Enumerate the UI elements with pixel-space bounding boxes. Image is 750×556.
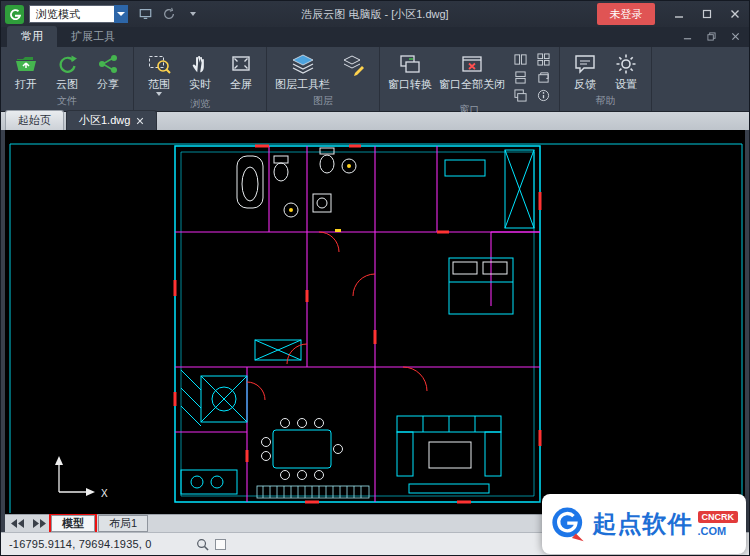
feedback-button[interactable]: 反馈 [565, 49, 605, 91]
gear-icon [614, 51, 638, 77]
display-icon[interactable] [136, 6, 154, 22]
window-switch-icon [398, 51, 422, 77]
ribbon-group-window: 窗口转换 窗口全部关闭 [380, 47, 560, 111]
group-label-file: 文件 [1, 94, 133, 111]
sync-icon[interactable] [160, 6, 178, 22]
minimize-button[interactable] [665, 1, 693, 27]
watermark-domain: .COM [698, 525, 727, 537]
window-arrange-column-2 [532, 49, 554, 103]
tab-start-page-label: 起始页 [18, 113, 51, 128]
app-logo-icon[interactable] [5, 5, 24, 24]
door-arcs [247, 232, 427, 400]
cloud-label: 云图 [56, 78, 78, 90]
mdi-close-icon[interactable] [727, 30, 743, 43]
feedback-icon [573, 51, 597, 77]
tab-model[interactable]: 模型 [51, 515, 95, 532]
tile-vertical-icon[interactable] [511, 52, 529, 67]
layer-state-button[interactable] [334, 49, 374, 78]
watermark: 起点软件 CNCRK .COM [542, 494, 746, 554]
cascade-windows-icon[interactable] [511, 88, 529, 103]
maximize-button[interactable] [693, 1, 721, 27]
ribbon: 打开 云图 分享 文件 范 [1, 47, 749, 112]
qat-customize-icon[interactable] [184, 6, 202, 22]
watermark-badge: CNCRK [698, 511, 739, 523]
close-tab-icon[interactable] [136, 117, 144, 125]
restore-windows-icon[interactable] [534, 70, 552, 85]
hand-icon [189, 51, 211, 77]
feedback-label: 反馈 [574, 78, 596, 90]
zoom-range-button[interactable]: 范围 [139, 49, 179, 97]
zoom-range-dropdown-icon[interactable] [156, 92, 162, 96]
arrange-icons-icon[interactable] [534, 52, 552, 67]
realtime-pan-button[interactable]: 实时 [180, 49, 220, 91]
ucs-x-label: X [101, 488, 108, 499]
layer-toolbar-button[interactable]: 图层工具栏 [272, 49, 333, 91]
watermark-brand: 起点软件 [593, 508, 693, 540]
close-button[interactable] [721, 1, 749, 27]
drawing-frame [10, 144, 742, 513]
window-close-all-button[interactable]: 窗口全部关闭 [436, 49, 508, 91]
magnifier-icon[interactable] [196, 538, 209, 551]
group-label-layer: 图层 [267, 94, 379, 111]
ribbon-group-help: 反馈 设置 帮助 [560, 47, 652, 111]
status-box-icon[interactable] [215, 539, 226, 550]
document-tab-bar: 起始页 小区1.dwg [1, 112, 749, 130]
window-close-all-icon [460, 51, 484, 77]
ribbon-group-file: 打开 云图 分享 文件 [1, 47, 134, 111]
titlebar: 浏览模式 浩辰云图 电脑版 - [小区1.dwg] 未登录 [1, 1, 749, 27]
mode-select-value: 浏览模式 [36, 7, 80, 22]
tab-extended-tools[interactable]: 扩展工具 [57, 26, 129, 47]
closet-and-hatch [181, 150, 534, 494]
mode-select[interactable]: 浏览模式 [29, 5, 115, 23]
ribbon-group-layer: 图层工具栏 图层 [267, 47, 380, 111]
floor-plan: X [5, 130, 747, 514]
cloud-button[interactable]: 云图 [47, 49, 87, 91]
cloud-sync-icon [55, 51, 79, 77]
realtime-pan-label: 实时 [189, 78, 211, 90]
window-switch-label: 窗口转换 [388, 78, 432, 90]
settings-button[interactable]: 设置 [606, 49, 646, 91]
tab-drawing-label: 小区1.dwg [79, 113, 130, 128]
quick-access-toolbar [136, 6, 202, 22]
window-close-all-label: 窗口全部关闭 [439, 78, 505, 90]
layers-icon [290, 51, 316, 77]
mdi-restore-icon[interactable] [703, 30, 719, 43]
tab-layout1[interactable]: 布局1 [98, 515, 148, 532]
logo-swirl [8, 7, 22, 21]
layer-edit-icon [342, 51, 366, 77]
open-label: 打开 [15, 78, 37, 90]
status-icons [196, 538, 226, 551]
ribbon-group-browse: 范围 实时 全屏 浏览 [134, 47, 267, 111]
settings-label: 设置 [615, 78, 637, 90]
zoom-range-label: 范围 [148, 78, 170, 90]
tab-drawing[interactable]: 小区1.dwg [66, 110, 157, 130]
tab-common[interactable]: 常用 [7, 26, 57, 47]
open-button[interactable]: 打开 [6, 49, 46, 91]
tab-start-page[interactable]: 起始页 [5, 110, 64, 130]
open-icon [14, 51, 38, 77]
layer-toolbar-label: 图层工具栏 [275, 78, 330, 90]
mdi-window-controls [679, 30, 743, 43]
share-label: 分享 [97, 78, 119, 90]
last-layout-icon[interactable] [30, 517, 48, 531]
mdi-minimize-icon[interactable] [679, 30, 695, 43]
fullscreen-icon [229, 51, 253, 77]
window-switch-button[interactable]: 窗口转换 [385, 49, 435, 91]
coordinates-readout: -16795.9114, 79694.1935, 0 [9, 538, 152, 550]
drawing-canvas[interactable]: X [5, 130, 745, 514]
tile-horizontal-icon[interactable] [511, 70, 529, 85]
mode-select-dropdown-icon[interactable] [114, 5, 128, 23]
fullscreen-button[interactable]: 全屏 [221, 49, 261, 91]
login-button[interactable]: 未登录 [597, 3, 655, 25]
ribbon-tab-bar: 常用 扩展工具 [1, 27, 749, 47]
app-window: 浏览模式 浩辰云图 电脑版 - [小区1.dwg] 未登录 [0, 0, 750, 556]
share-button[interactable]: 分享 [88, 49, 128, 91]
first-layout-icon[interactable] [9, 517, 27, 531]
info-icon[interactable] [534, 88, 552, 103]
fullscreen-label: 全屏 [230, 78, 252, 90]
share-icon [96, 51, 120, 77]
window-arrange-column-1 [509, 49, 531, 103]
watermark-logo-icon [550, 502, 585, 546]
group-label-help: 帮助 [560, 94, 651, 111]
ucs-icon: X [55, 456, 108, 499]
